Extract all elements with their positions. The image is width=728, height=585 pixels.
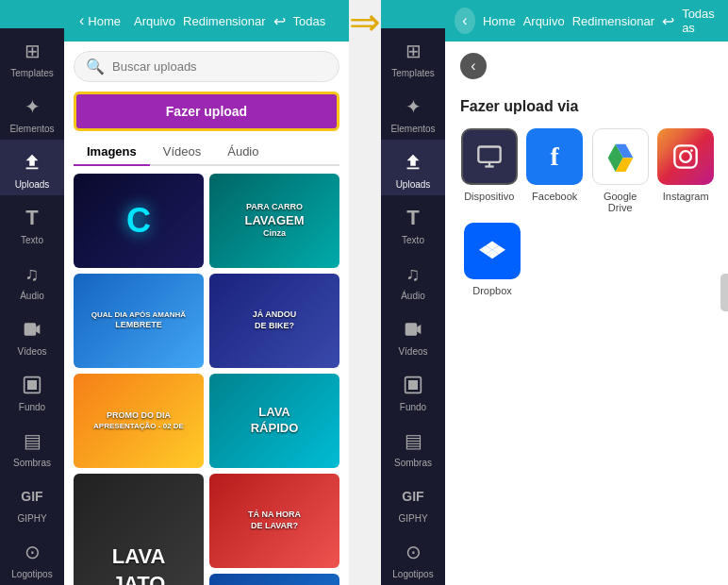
sidebar-item-uploads-right[interactable]: Uploads	[381, 140, 445, 195]
image-cell-2[interactable]: PARA CARRO LAVAGEM Cinza	[209, 174, 339, 268]
sidebar-label-templates-left: Templates	[10, 68, 54, 78]
sidebar-item-templates-left[interactable]: ⊞ Templates	[0, 28, 64, 84]
content-back-button[interactable]: ‹	[460, 53, 487, 79]
img-text-7: LAVA JATO	[108, 540, 170, 585]
sidebar-item-audio-right[interactable]: ♫ Áudio	[381, 251, 445, 307]
sidebar-item-texto-right[interactable]: T Texto	[381, 195, 445, 251]
upload-option-instagram[interactable]: Instagram	[656, 128, 714, 213]
img-text-6: LAVA RÁPIDO	[247, 401, 303, 441]
svg-rect-4	[405, 323, 418, 335]
home-label-left: Home	[88, 14, 121, 28]
upload-option-facebook[interactable]: f Facebook	[525, 128, 583, 213]
sidebar-item-templates-right[interactable]: ⊞ Templates	[381, 28, 445, 84]
todas-label-right[interactable]: Todas as	[682, 7, 720, 35]
svg-marker-5	[417, 325, 421, 334]
arquivo-label-right[interactable]: Arquivo	[523, 14, 565, 28]
dropbox-label: Dropbox	[472, 285, 512, 296]
right-edge-tab[interactable]	[720, 274, 728, 311]
back-button-right[interactable]: ‹	[455, 8, 475, 34]
sidebar-item-elementos-right[interactable]: ✦ Elementos	[381, 84, 445, 140]
sidebar-label-elementos-left: Elementos	[9, 124, 54, 134]
sidebar-item-sombras-right[interactable]: ▤ Sombras	[381, 418, 445, 474]
tab-videos[interactable]: Vídeos	[150, 139, 214, 166]
right-top-bar: ‹ Home Arquivo Redimensionar ↩ Todas as	[445, 0, 728, 42]
logotipos-icon-left: ⊙	[19, 539, 45, 565]
sidebar-item-videos-left[interactable]: Vídeos	[0, 307, 64, 362]
sidebar-item-logotipos-right[interactable]: ⊙ Logotipos	[381, 529, 445, 585]
templates-icon-right: ⊞	[400, 38, 426, 64]
tab-audio[interactable]: Áudio	[214, 139, 272, 166]
sidebar-label-texto-left: Texto	[21, 235, 43, 245]
dispositivo-icon	[461, 128, 518, 185]
giphy-icon-right: GIF	[400, 483, 426, 510]
uploads-icon-left	[19, 149, 45, 176]
arquivo-label-left[interactable]: Arquivo	[134, 14, 175, 28]
image-grid: C PARA CARRO LAVAGEM Cinza QUAL DIA APÓS…	[64, 166, 349, 585]
upload-option-dispositivo[interactable]: Dispositivo	[460, 128, 518, 213]
upload-option-gdrive[interactable]: Google Drive	[591, 128, 649, 213]
right-main-content: ‹ Home Arquivo Redimensionar ↩ Todas as …	[445, 0, 728, 585]
audio-icon-left: ♫	[19, 260, 45, 287]
image-cell-9[interactable]: DEIXE SEU CARRO COMO NOVO!	[209, 574, 339, 585]
dispositivo-label: Dispositivo	[464, 191, 514, 202]
redimensionar-label-left[interactable]: Redimensionar	[183, 14, 265, 28]
redimensionar-label-right[interactable]: Redimensionar	[572, 14, 654, 28]
upload-button-left[interactable]: Fazer upload	[74, 92, 339, 131]
sidebar-label-fundo-left: Fundo	[19, 402, 45, 412]
sidebar-item-fundo-right[interactable]: Fundo	[381, 362, 445, 418]
sidebar-label-sombras-right: Sombras	[394, 458, 432, 468]
svg-rect-14	[674, 145, 696, 167]
videos-icon-right	[400, 316, 426, 343]
sidebar-item-giphy-left[interactable]: GIF GIPHY	[0, 474, 64, 529]
image-cell-4[interactable]: JÁ ANDOU DE BIKE?	[209, 274, 339, 368]
sidebar-item-sombras-left[interactable]: ▤ Sombras	[0, 418, 64, 474]
left-top-bar: ‹ Home Arquivo Redimensionar ↩ Todas	[64, 0, 349, 42]
tab-imagens[interactable]: Imagens	[74, 139, 150, 166]
instagram-icon	[657, 128, 714, 185]
upload-via-title: Fazer upload via	[460, 98, 715, 115]
svg-rect-8	[478, 147, 500, 162]
logotipos-icon-right: ⊙	[400, 539, 426, 565]
home-label-right[interactable]: Home	[483, 14, 516, 28]
templates-icon: ⊞	[19, 38, 45, 64]
dropbox-icon	[464, 223, 521, 279]
sidebar-item-videos-right[interactable]: Vídeos	[381, 307, 445, 362]
sidebar-label-audio-right: Áudio	[401, 291, 425, 301]
sidebar-label-giphy-right: GIPHY	[398, 513, 427, 524]
svg-point-15	[680, 151, 691, 162]
elementos-icon-right: ✦	[400, 93, 426, 120]
sidebar-item-fundo-left[interactable]: Fundo	[0, 362, 64, 418]
image-cell-1[interactable]: C	[74, 174, 204, 268]
image-cell-7[interactable]: LAVA JATO	[74, 474, 204, 585]
search-input-left[interactable]	[112, 59, 327, 74]
sidebar-item-texto-left[interactable]: T Texto	[0, 195, 64, 251]
sidebar-label-templates-right: Templates	[391, 68, 435, 78]
image-cell-6[interactable]: LAVA RÁPIDO	[209, 374, 339, 468]
image-cell-3[interactable]: QUAL DIA APÓS AMANHÃ LEMBRETE	[74, 274, 204, 368]
upload-option-dropbox[interactable]: Dropbox	[460, 223, 524, 296]
gdrive-icon	[592, 128, 649, 185]
elementos-icon-left: ✦	[19, 93, 45, 120]
image-cell-8[interactable]: TÁ NA HORA DE LAVAR?	[209, 474, 339, 568]
img-text-4: JÁ ANDOU DE BIKE?	[249, 306, 301, 335]
home-button-left[interactable]: ‹ Home	[74, 10, 126, 31]
sombras-icon-left: ▤	[19, 427, 45, 454]
upload-via-section: Fazer upload via Dispositivo f Facebook	[445, 83, 728, 311]
fundo-icon-right	[400, 372, 426, 398]
sidebar-item-audio-left[interactable]: ♫ Áudio	[0, 251, 64, 307]
left-sidebar: ⊞ Templates ✦ Elementos Uploads T Texto …	[0, 0, 64, 585]
search-bar-left[interactable]: 🔍	[74, 51, 339, 82]
sidebar-item-elementos-left[interactable]: ✦ Elementos	[0, 84, 64, 140]
audio-icon-right: ♫	[400, 260, 426, 287]
undo-icon-right[interactable]: ↩	[662, 12, 674, 30]
back-arrow-left: ‹	[79, 12, 84, 29]
sidebar-item-uploads-left[interactable]: Uploads	[0, 140, 64, 195]
facebook-icon: f	[526, 128, 583, 185]
image-cell-5[interactable]: PROMO DO DIA APRESENTAÇÃO - 02 DE	[74, 374, 204, 468]
undo-icon-left[interactable]: ↩	[273, 12, 286, 30]
svg-rect-0	[25, 323, 37, 335]
sidebar-item-giphy-right[interactable]: GIF GIPHY	[381, 474, 445, 529]
sidebar-label-videos-right: Vídeos	[398, 346, 427, 357]
todas-label-left[interactable]: Todas	[293, 14, 326, 28]
sidebar-item-logotipos-left[interactable]: ⊙ Logotipos	[0, 529, 64, 585]
